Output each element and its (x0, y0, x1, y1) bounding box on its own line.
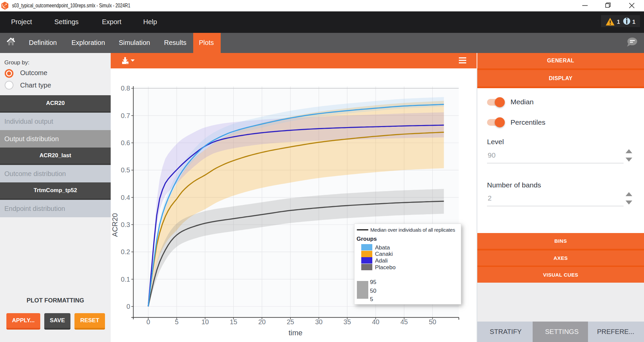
svg-text:45: 45 (400, 318, 408, 326)
svg-text:25: 25 (287, 318, 294, 326)
svg-text:50: 50 (429, 318, 436, 326)
svg-text:5: 5 (175, 318, 178, 326)
svg-text:0: 0 (126, 303, 130, 310)
svg-text:ACR20: ACR20 (111, 213, 119, 237)
svg-text:0.7: 0.7 (121, 112, 130, 119)
svg-text:1: 1 (617, 19, 620, 25)
svg-text:0: 0 (146, 318, 150, 326)
svg-text:0.4: 0.4 (121, 194, 130, 201)
svg-text:15: 15 (230, 318, 237, 326)
svg-text:40: 40 (372, 318, 379, 326)
svg-text:20: 20 (258, 318, 266, 326)
svg-text:1: 1 (632, 19, 635, 25)
svg-text:0.1: 0.1 (121, 276, 130, 283)
svg-text:0.5: 0.5 (121, 166, 130, 174)
svg-text:0.8: 0.8 (121, 84, 130, 92)
svg-text:30: 30 (315, 318, 322, 326)
svg-text:10: 10 (201, 318, 209, 326)
svg-text:0.2: 0.2 (121, 248, 130, 255)
svg-text:time: time (288, 329, 303, 337)
svg-text:0.3: 0.3 (121, 221, 130, 228)
svg-text:0.6: 0.6 (121, 139, 130, 147)
svg-text:35: 35 (343, 318, 351, 326)
